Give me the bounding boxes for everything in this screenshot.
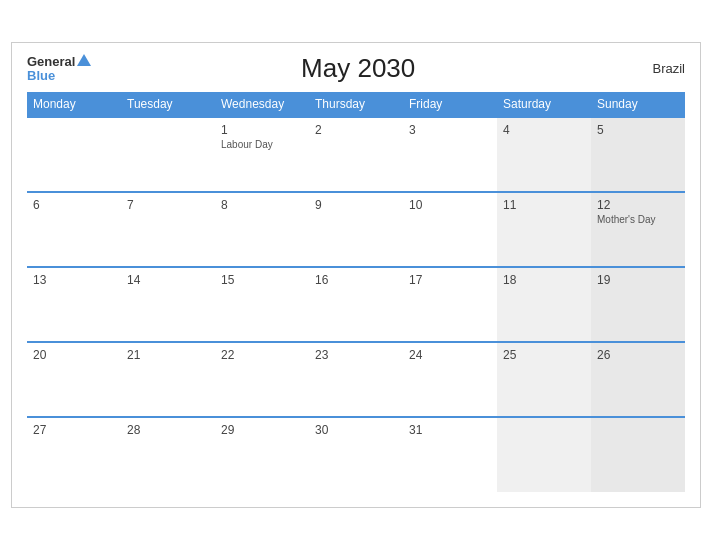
day-number: 9 <box>315 198 397 212</box>
day-number: 5 <box>597 123 679 137</box>
day-number: 23 <box>315 348 397 362</box>
calendar-cell: 12Mother's Day <box>591 192 685 267</box>
col-header-saturday: Saturday <box>497 92 591 117</box>
day-number: 8 <box>221 198 303 212</box>
calendar-cell: 6 <box>27 192 121 267</box>
calendar-week-row: 1Labour Day2345 <box>27 117 685 192</box>
col-header-monday: Monday <box>27 92 121 117</box>
day-number: 15 <box>221 273 303 287</box>
calendar-cell: 8 <box>215 192 309 267</box>
day-number: 12 <box>597 198 679 212</box>
calendar-cell: 15 <box>215 267 309 342</box>
calendar-cell: 14 <box>121 267 215 342</box>
calendar-cell: 29 <box>215 417 309 492</box>
day-number: 19 <box>597 273 679 287</box>
calendar-cell: 7 <box>121 192 215 267</box>
day-number: 30 <box>315 423 397 437</box>
logo-general-text: General <box>27 55 75 69</box>
day-number: 13 <box>33 273 115 287</box>
day-number: 27 <box>33 423 115 437</box>
calendar-cell <box>27 117 121 192</box>
calendar-cell: 1Labour Day <box>215 117 309 192</box>
calendar-week-row: 20212223242526 <box>27 342 685 417</box>
calendar-cell: 13 <box>27 267 121 342</box>
calendar-cell: 24 <box>403 342 497 417</box>
col-header-sunday: Sunday <box>591 92 685 117</box>
day-number: 20 <box>33 348 115 362</box>
calendar-week-row: 2728293031 <box>27 417 685 492</box>
calendar-cell: 11 <box>497 192 591 267</box>
day-number: 4 <box>503 123 585 137</box>
day-number: 7 <box>127 198 209 212</box>
calendar-cell: 17 <box>403 267 497 342</box>
logo-triangle-icon <box>77 54 91 66</box>
day-number: 31 <box>409 423 491 437</box>
day-number: 11 <box>503 198 585 212</box>
day-number: 26 <box>597 348 679 362</box>
day-number: 22 <box>221 348 303 362</box>
calendar-cell: 26 <box>591 342 685 417</box>
calendar-cell: 20 <box>27 342 121 417</box>
calendar-cell: 5 <box>591 117 685 192</box>
calendar-cell: 10 <box>403 192 497 267</box>
logo-blue-text: Blue <box>27 69 55 83</box>
calendar-cell <box>121 117 215 192</box>
calendar-cell: 28 <box>121 417 215 492</box>
day-number: 25 <box>503 348 585 362</box>
calendar-cell: 23 <box>309 342 403 417</box>
calendar-cell: 16 <box>309 267 403 342</box>
day-number: 21 <box>127 348 209 362</box>
day-number: 17 <box>409 273 491 287</box>
logo: General Blue <box>27 54 91 84</box>
calendar-header-row: MondayTuesdayWednesdayThursdayFridaySatu… <box>27 92 685 117</box>
col-header-wednesday: Wednesday <box>215 92 309 117</box>
calendar-container: General Blue May 2030 Brazil MondayTuesd… <box>11 42 701 508</box>
day-number: 2 <box>315 123 397 137</box>
calendar-header: General Blue May 2030 Brazil <box>27 53 685 84</box>
day-number: 24 <box>409 348 491 362</box>
calendar-cell <box>497 417 591 492</box>
calendar-cell <box>591 417 685 492</box>
day-number: 18 <box>503 273 585 287</box>
calendar-cell: 9 <box>309 192 403 267</box>
calendar-title: May 2030 <box>91 53 625 84</box>
col-header-friday: Friday <box>403 92 497 117</box>
calendar-cell: 2 <box>309 117 403 192</box>
col-header-tuesday: Tuesday <box>121 92 215 117</box>
day-number: 28 <box>127 423 209 437</box>
day-number: 10 <box>409 198 491 212</box>
calendar-cell: 4 <box>497 117 591 192</box>
day-number: 16 <box>315 273 397 287</box>
calendar-week-row: 6789101112Mother's Day <box>27 192 685 267</box>
calendar-cell: 25 <box>497 342 591 417</box>
calendar-cell: 21 <box>121 342 215 417</box>
calendar-table: MondayTuesdayWednesdayThursdayFridaySatu… <box>27 92 685 492</box>
event-label: Labour Day <box>221 139 303 150</box>
calendar-cell: 18 <box>497 267 591 342</box>
calendar-cell: 31 <box>403 417 497 492</box>
country-label: Brazil <box>625 61 685 76</box>
calendar-cell: 30 <box>309 417 403 492</box>
day-number: 3 <box>409 123 491 137</box>
calendar-cell: 3 <box>403 117 497 192</box>
calendar-cell: 27 <box>27 417 121 492</box>
calendar-cell: 22 <box>215 342 309 417</box>
day-number: 14 <box>127 273 209 287</box>
day-number: 29 <box>221 423 303 437</box>
calendar-cell: 19 <box>591 267 685 342</box>
day-number: 1 <box>221 123 303 137</box>
calendar-week-row: 13141516171819 <box>27 267 685 342</box>
day-number: 6 <box>33 198 115 212</box>
col-header-thursday: Thursday <box>309 92 403 117</box>
event-label: Mother's Day <box>597 214 679 225</box>
